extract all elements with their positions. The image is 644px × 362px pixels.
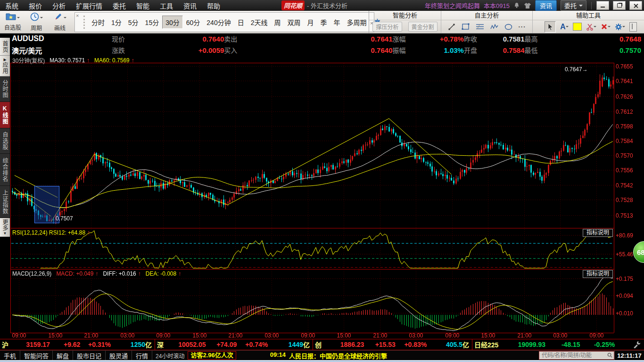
sidebar-item-1[interactable]: ▶应用 <box>0 56 10 76</box>
macd-name: MACD(12,26,9) <box>12 270 51 277</box>
kline-chart-canvas[interactable] <box>10 56 644 339</box>
period-btn-12[interactable]: 季 <box>317 16 330 29</box>
sidebar-item-6[interactable]: 上证指数 <box>0 186 10 218</box>
manual-analysis-tools: ··· <box>441 20 532 33</box>
trade-button[interactable]: 委托 <box>561 0 586 11</box>
bell-icon[interactable] <box>513 2 520 9</box>
period-btn-3[interactable]: 15分 <box>142 16 163 29</box>
period-button[interactable]: 周期 <box>25 11 48 32</box>
close-button[interactable] <box>629 1 642 10</box>
menu-item-6[interactable]: 工具 <box>155 1 178 10</box>
menu-item-5[interactable]: 智能 <box>131 1 155 10</box>
menu-item-0[interactable]: 系统 <box>0 1 24 10</box>
index-block-1[interactable]: 深10052.05+74.09+0.74%1449亿 <box>155 339 313 350</box>
menu-item-1[interactable]: 报价 <box>24 1 47 10</box>
rect-tool-icon[interactable] <box>462 23 470 30</box>
period-btn-14[interactable]: 多周期 <box>343 16 370 29</box>
index-block-3[interactable]: 日经22519099.93-48.15-0.25% <box>472 339 630 350</box>
ellipse-tool-icon[interactable] <box>504 24 512 30</box>
bottom-link-1[interactable]: 智能问答 <box>20 351 53 360</box>
rsi-indicator-help-button[interactable]: 指标说明 <box>583 229 613 237</box>
chevron-down-icon <box>40 17 43 20</box>
support-pressure-button[interactable]: 撑压分析 <box>372 22 402 32</box>
sidebar-item-2[interactable]: 分时图 <box>0 76 10 102</box>
bottom-link-0[interactable]: 手机 <box>0 351 20 360</box>
settings-gear-icon[interactable] <box>615 23 625 31</box>
chevron-down-icon <box>579 5 583 8</box>
menu-item-3[interactable]: 扩展行情 <box>71 1 107 10</box>
quote-label: 振幅 <box>393 45 406 55</box>
period-btn-6[interactable]: 240分钟 <box>203 16 234 29</box>
macd-indicator-help-button[interactable]: 指标说明 <box>583 270 613 278</box>
period-btn-2[interactable]: 5分 <box>125 16 142 29</box>
scroll-ticker-label[interactable]: 24小时滚动 <box>152 352 188 360</box>
quote-value: +0.78% <box>406 35 464 43</box>
sidebar-item-3[interactable]: K线图 <box>0 102 10 128</box>
sidebar-item-7[interactable]: 更多▼ <box>0 218 10 237</box>
scissors-icon[interactable] <box>586 23 596 31</box>
index-amount-unit: 亿 <box>462 340 469 349</box>
panel-edge-icon[interactable] <box>629 22 637 32</box>
sidebar-item-0[interactable]: 首页 <box>0 38 10 56</box>
analysis-panel: 智能分析 撑压分析 黄金分割 自主分析 ··· 辅助工具 A <box>369 11 644 33</box>
index-pct: +0.31% <box>80 341 111 348</box>
menu-item-4[interactable]: 委托 <box>107 1 131 10</box>
symbol-name[interactable]: 澳元/美元 <box>12 45 112 55</box>
period-btn-4[interactable]: 30分 <box>162 16 183 29</box>
sidebar-item-5[interactable]: 综合排名 <box>0 154 10 186</box>
period-btn-0[interactable]: 分时 <box>88 16 108 29</box>
period-btn-10[interactable]: 双周 <box>284 16 304 29</box>
bottom-link-2[interactable]: 解盘 <box>53 351 73 360</box>
up-arrow-icon: ↑ <box>87 57 90 64</box>
menu-item-7[interactable]: 资讯 <box>178 1 202 10</box>
delete-icon[interactable] <box>601 23 611 30</box>
menu-item-2[interactable]: 分析 <box>47 1 71 10</box>
symbol-code[interactable]: AUDUSD <box>12 34 112 43</box>
wave-tool-icon[interactable] <box>490 23 498 30</box>
bottom-link-5[interactable]: 行情 <box>132 351 152 360</box>
text-tool-icon[interactable]: A <box>560 23 569 31</box>
drag-handle[interactable] <box>83 16 85 29</box>
index-block-2[interactable]: 创1886.23+15.53+0.83%405.5亿 <box>313 339 472 350</box>
promo-link[interactable]: 年终策划之闻鸡起舞 <box>425 1 480 10</box>
bottom-link-3[interactable]: 股市日记 <box>73 351 106 360</box>
news-button[interactable]: 资讯 <box>535 0 557 11</box>
period-btn-1[interactable]: 1分 <box>108 16 125 29</box>
golden-ratio-button[interactable]: 黄金分割 <box>408 22 438 32</box>
period-btn-13[interactable]: 年 <box>330 16 343 29</box>
close-icon[interactable] <box>76 13 81 18</box>
period-btn-8[interactable]: 2天线 <box>248 16 271 29</box>
index-amount-value: 405.5 <box>446 341 462 348</box>
index-block-0[interactable]: 沪3159.17+9.62+0.31%1250亿 <box>0 339 155 350</box>
sidebar-item-label: 首页 <box>1 41 9 53</box>
sidebar-item-4[interactable]: 自选股 <box>0 128 10 154</box>
golden-section-icon[interactable] <box>476 23 484 30</box>
minimize-button[interactable] <box>596 1 609 10</box>
main-toolbar: 自选股 周期 画线 分时1分5分15分30分60分240分钟日2天线周双周月季年… <box>0 11 644 34</box>
bottom-link-4[interactable]: 股灵通 <box>106 351 132 360</box>
search-icon[interactable] <box>607 352 612 359</box>
tab-helper-tools[interactable]: 辅助工具 <box>533 11 644 20</box>
wrench-icon[interactable] <box>633 341 641 348</box>
system-clock: 12:11:17 <box>614 351 644 360</box>
period-btn-9[interactable]: 周 <box>271 16 284 29</box>
period-btn-5[interactable]: 60分 <box>183 16 204 29</box>
shirt-icon[interactable] <box>524 2 531 9</box>
cursor-tool-icon[interactable] <box>545 21 556 33</box>
color-swatch[interactable] <box>573 23 582 31</box>
period-btn-7[interactable]: 日 <box>234 16 248 29</box>
menu-item-8[interactable]: 帮助 <box>202 1 225 10</box>
restore-button[interactable] <box>613 1 626 10</box>
tab-manual-analysis[interactable]: 自主分析 <box>441 11 532 20</box>
close-icon[interactable] <box>370 21 375 26</box>
watchlist-button[interactable]: 自选股 <box>1 11 25 32</box>
account-name[interactable]: 本本0915 <box>484 1 510 10</box>
tab-smart-analysis[interactable]: 智能分析 <box>369 11 441 20</box>
period-btn-11[interactable]: 月 <box>304 16 317 29</box>
line-tool-icon[interactable] <box>448 23 455 31</box>
search-input[interactable] <box>541 352 605 359</box>
sidebar-item-label: 分时图 <box>1 80 9 98</box>
more-tools-icon[interactable]: ··· <box>519 23 526 30</box>
draw-line-button[interactable]: 画线 <box>48 11 72 32</box>
news-ticker[interactable]: 09:14 人民日报：中国仍是全球经济的引擎 <box>270 351 387 360</box>
